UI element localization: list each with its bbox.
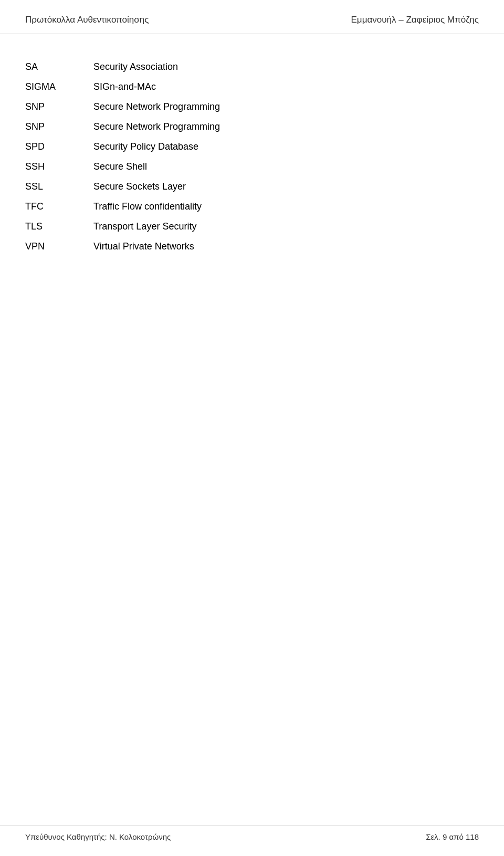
abbreviation-code: TFC: [25, 199, 93, 212]
abbreviation-definition: Transport Layer Security: [93, 219, 196, 232]
abbreviation-code: SSL: [25, 179, 93, 192]
abbreviation-code: SPD: [25, 139, 93, 152]
abbreviation-definition: Traffic Flow confidentiality: [93, 199, 202, 212]
abbreviation-row: SASecurity Association: [25, 59, 479, 79]
abbreviation-row: SPDSecurity Policy Database: [25, 139, 479, 159]
abbreviation-definition: Secure Network Programming: [93, 119, 220, 132]
abbreviation-table: SASecurity AssociationSIGMASIGn-and-MAcS…: [25, 59, 479, 259]
abbreviation-row: SNPSecure Network Programming: [25, 99, 479, 119]
abbreviation-code: SNP: [25, 99, 93, 112]
abbreviation-definition: Secure Network Programming: [93, 99, 220, 112]
header-title-left: Πρωτόκολλα Αυθεντικοποίησης: [25, 15, 149, 25]
abbreviation-row: SSLSecure Sockets Layer: [25, 179, 479, 199]
abbreviation-row: SNPSecure Network Programming: [25, 119, 479, 139]
abbreviation-row: VPNVirtual Private Networks: [25, 239, 479, 259]
abbreviation-row: TLSTransport Layer Security: [25, 219, 479, 239]
abbreviation-definition: Security Policy Database: [93, 139, 198, 152]
abbreviation-row: SIGMASIGn-and-MAc: [25, 79, 479, 99]
header-title-right: Εμμανουήλ – Ζαφείριος Μπόζης: [351, 15, 479, 25]
abbreviation-row: SSHSecure Shell: [25, 159, 479, 179]
abbreviation-definition: Security Association: [93, 59, 178, 72]
abbreviation-code: TLS: [25, 219, 93, 232]
abbreviation-definition: SIGn-and-MAc: [93, 79, 156, 92]
main-content: SASecurity AssociationSIGMASIGn-and-MAcS…: [0, 34, 504, 301]
abbreviation-code: SNP: [25, 119, 93, 132]
footer-page-number: Σελ. 9 από 118: [426, 832, 479, 841]
footer-supervisor: Υπεύθυνος Καθηγητής: Ν. Κολοκοτρώνης: [25, 832, 171, 841]
abbreviation-definition: Secure Shell: [93, 159, 147, 172]
abbreviation-row: TFCTraffic Flow confidentiality: [25, 199, 479, 219]
page-header: Πρωτόκολλα Αυθεντικοποίησης Εμμανουήλ – …: [0, 0, 504, 34]
abbreviation-code: VPN: [25, 239, 93, 252]
abbreviation-code: SSH: [25, 159, 93, 172]
abbreviation-definition: Virtual Private Networks: [93, 239, 194, 252]
abbreviation-definition: Secure Sockets Layer: [93, 179, 186, 192]
abbreviation-code: SIGMA: [25, 79, 93, 92]
page-footer: Υπεύθυνος Καθηγητής: Ν. Κολοκοτρώνης Σελ…: [0, 826, 504, 841]
abbreviation-code: SA: [25, 59, 93, 72]
